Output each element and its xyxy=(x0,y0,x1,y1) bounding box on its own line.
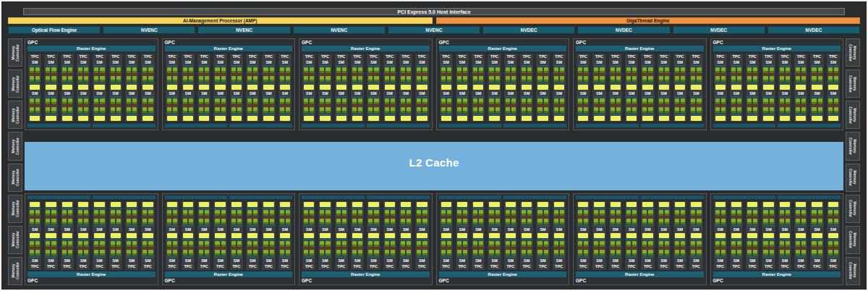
sm-label: SM xyxy=(715,59,726,65)
sm-core-cell xyxy=(391,210,395,216)
sm-core-cell xyxy=(368,98,373,104)
gpc-label: GPC xyxy=(575,39,705,46)
sm-core-cell xyxy=(391,250,395,256)
tpc-column: TPCSMSM xyxy=(165,53,179,122)
sm-core-cell xyxy=(697,210,701,216)
sm-core-row xyxy=(280,107,290,113)
sm-cache-strip xyxy=(385,114,395,115)
sm-core-row xyxy=(94,107,104,113)
sm-block xyxy=(127,202,137,227)
sm-label: SM xyxy=(731,227,741,232)
sm-cache-strip xyxy=(231,208,242,209)
sm-core-cell xyxy=(280,67,284,73)
sm-core-cell xyxy=(447,107,451,113)
sm-cache-strip xyxy=(215,65,225,67)
sm-block xyxy=(167,96,177,121)
sm-core-row xyxy=(522,241,532,247)
sm-divider xyxy=(368,216,378,218)
sm-core-cell xyxy=(463,67,467,73)
sm-core-cell xyxy=(594,67,598,73)
sm-core-cell xyxy=(100,67,104,73)
sm-core-cell xyxy=(473,67,477,73)
sm-core-row xyxy=(473,210,483,216)
sm-label: SM xyxy=(127,90,137,96)
sm-block xyxy=(215,65,225,90)
sm-cache-strip xyxy=(812,239,822,240)
sm-divider xyxy=(263,248,273,249)
sm-register-block xyxy=(62,202,72,207)
sm-core-cell xyxy=(374,241,378,247)
sm-core-row xyxy=(812,76,822,82)
sm-divider xyxy=(352,216,362,218)
sm-register-block xyxy=(167,233,177,238)
sm-core-cell xyxy=(401,241,405,247)
sm-divider xyxy=(46,74,56,75)
sm-divider xyxy=(828,216,838,218)
memory-controller-label: MemoryController xyxy=(11,262,20,279)
sm-core-cell xyxy=(167,250,171,256)
nvdec-engine: NVDEC xyxy=(577,26,670,34)
sm-core-cell xyxy=(447,210,451,216)
sm-cache-strip xyxy=(578,208,588,209)
sm-core-row xyxy=(231,98,242,104)
sm-block xyxy=(231,233,242,258)
tpc-column: SMSMTPC xyxy=(624,201,639,271)
tpc-column: SMSMTPC xyxy=(745,201,760,271)
sm-label: SM xyxy=(263,59,273,65)
sm-core-cell xyxy=(407,210,411,216)
ai-management-processor-bar: AI-Management Processor (AMP) xyxy=(8,17,433,24)
sm-core-cell xyxy=(401,98,405,104)
gpc-block: GPCRaster EngineTPCSMSMTPCSMSMTPCSMSMTPC… xyxy=(162,38,296,130)
sm-divider xyxy=(610,248,621,249)
sm-core-cell xyxy=(30,210,34,216)
sm-register-block xyxy=(578,85,588,90)
sm-core-row xyxy=(626,250,637,256)
sm-divider xyxy=(747,105,757,106)
sm-divider xyxy=(111,248,121,249)
tpc-label: TPC xyxy=(522,54,532,59)
sm-core-cell xyxy=(600,76,604,82)
sm-cache-strip xyxy=(537,96,548,98)
gpc-block: GPCRaster EngineTPCSMSMTPCSMSMTPCSMSMTPC… xyxy=(25,38,158,130)
sm-core-cell xyxy=(286,107,290,113)
sm-core-cell xyxy=(84,76,88,82)
sm-core-cell xyxy=(441,210,446,216)
sm-cache-strip xyxy=(691,208,701,209)
sm-core-cell xyxy=(78,107,82,113)
tpc-row: TPCSMSMTPCSMSMTPCSMSMTPCSMSMTPCSMSMTPCSM… xyxy=(712,53,842,122)
tpc-label: TPC xyxy=(554,54,564,59)
sm-block xyxy=(763,233,773,258)
memory-controller-label-line: Controller xyxy=(15,106,20,124)
sm-core-cell xyxy=(441,67,446,73)
sm-core-row xyxy=(320,67,330,73)
sm-register-block xyxy=(642,116,652,121)
sm-core-row xyxy=(46,210,56,216)
sm-core-row xyxy=(304,107,314,113)
sm-core-row xyxy=(642,67,652,73)
sm-core-row xyxy=(247,250,258,256)
sm-core-row xyxy=(142,250,153,256)
sm-core-cell xyxy=(385,250,389,256)
sm-block xyxy=(626,233,637,258)
rop-row xyxy=(576,124,704,127)
sm-cache-strip xyxy=(263,114,273,115)
sm-core-cell xyxy=(385,219,389,224)
sm-core-cell xyxy=(270,241,274,247)
sm-cache-strip xyxy=(263,96,273,98)
memory-controller-block: MemoryController xyxy=(846,132,860,160)
sm-cache-strip xyxy=(368,208,378,209)
sm-core-row xyxy=(183,98,193,104)
sm-register-block xyxy=(142,233,153,238)
sm-core-cell xyxy=(111,219,115,224)
sm-core-cell xyxy=(834,98,838,104)
sm-core-cell xyxy=(578,250,582,256)
sm-cache-strip xyxy=(812,65,822,67)
sm-divider xyxy=(215,74,225,75)
sm-cache-strip xyxy=(441,65,451,67)
sm-cache-strip xyxy=(610,65,621,67)
sm-divider xyxy=(828,74,838,75)
memory-controller-label-line: Controller xyxy=(848,169,853,186)
nvdec-engine: NVDEC xyxy=(767,26,860,34)
sm-divider xyxy=(231,105,242,106)
memory-controller-block: MemoryController xyxy=(8,101,22,129)
